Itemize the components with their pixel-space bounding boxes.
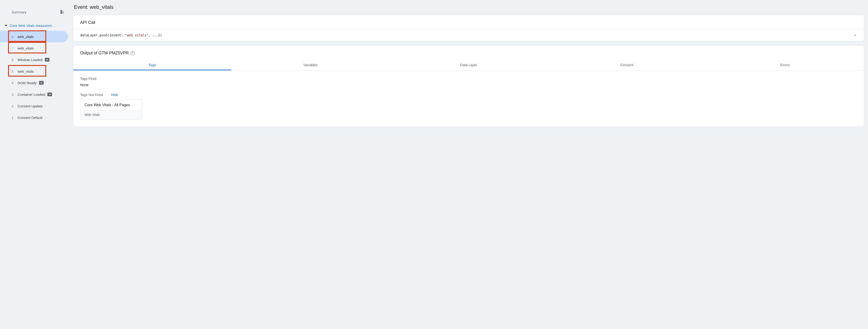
summary-row[interactable]: Summary bbox=[0, 7, 69, 17]
help-icon[interactable]: ? bbox=[130, 51, 135, 55]
tab-data-layer[interactable]: Data Layer bbox=[390, 60, 548, 70]
sidebar-event-item[interactable]: 8web_vitals bbox=[0, 31, 68, 42]
tab-variables[interactable]: Variables bbox=[231, 60, 390, 70]
event-name: web_vitals bbox=[18, 35, 34, 39]
event-number: 6 bbox=[11, 58, 18, 62]
code-post: , ...}) bbox=[148, 33, 162, 37]
event-name: Container Loaded bbox=[18, 92, 45, 97]
tags-tab-body: Tags Fired None Tags Not Fired Hide Core… bbox=[73, 71, 864, 127]
event-name: Consent Default bbox=[18, 116, 42, 119]
code-pre: dataLayer.push({event: bbox=[80, 33, 125, 37]
event-number: 3 bbox=[11, 92, 18, 97]
event-number: 4 bbox=[11, 81, 18, 85]
hide-link[interactable]: Hide bbox=[111, 93, 118, 97]
output-header: Output of GTM-PMZ5VPR ? bbox=[73, 46, 864, 60]
tags-fired-none: None bbox=[80, 83, 857, 87]
not-fired-tag-title: Core Web Vitals - All Pages bbox=[81, 100, 142, 110]
code-string: "web_vitals" bbox=[125, 33, 148, 37]
event-name: Consent Update bbox=[18, 104, 42, 108]
event-list: 8web_vitals7web_vitals6Window Loaded<>5w… bbox=[0, 31, 69, 123]
main: Event: web_vitals API Call dataLayer.pus… bbox=[69, 0, 868, 329]
caret-down-icon bbox=[5, 24, 7, 27]
output-header-text: Output of GTM-PMZ5VPR bbox=[80, 51, 129, 56]
event-number: 5 bbox=[11, 70, 18, 73]
sidebar-event-item[interactable]: 6Window Loaded<> bbox=[0, 54, 68, 65]
summary-label: Summary bbox=[11, 10, 26, 14]
event-number: 2 bbox=[11, 104, 18, 108]
tags-fired-label: Tags Fired bbox=[80, 77, 857, 81]
sidebar-event-item[interactable]: 5web_vitals bbox=[0, 65, 68, 77]
api-call-header: API Call bbox=[73, 15, 864, 29]
event-name: Window Loaded bbox=[18, 58, 42, 62]
sidebar: Summary Core Web Vitals measurem… 8web_v… bbox=[0, 0, 69, 329]
event-name: web_vitals bbox=[18, 70, 34, 73]
event-title: Event: web_vitals bbox=[74, 4, 864, 10]
chevron-down-icon[interactable] bbox=[853, 33, 857, 37]
not-fired-tag-type: Web Vitals bbox=[81, 110, 142, 119]
tags-not-fired-label: Tags Not Fired bbox=[80, 93, 103, 97]
api-call-body[interactable]: dataLayer.push({event: "web_vitals", ...… bbox=[73, 29, 864, 41]
sidebar-event-item[interactable]: 4DOM Ready<> bbox=[0, 77, 68, 89]
sidebar-event-item[interactable]: 3Container Loaded<> bbox=[0, 89, 68, 100]
sidebar-event-item[interactable]: 2Consent Update bbox=[0, 100, 68, 112]
tab-errors[interactable]: Errors bbox=[706, 60, 864, 70]
code-badge-icon: <> bbox=[45, 58, 50, 61]
sidebar-event-item[interactable]: 7web_vitals bbox=[0, 42, 68, 54]
session-tree: Core Web Vitals measurem… 8web_vitals7we… bbox=[0, 22, 69, 123]
event-number: 1 bbox=[11, 116, 18, 119]
session-header[interactable]: Core Web Vitals measurem… bbox=[0, 22, 69, 29]
api-call-code: dataLayer.push({event: "web_vitals", ...… bbox=[80, 33, 162, 37]
clear-session-icon[interactable] bbox=[59, 9, 64, 15]
api-call-card: API Call dataLayer.push({event: "web_vit… bbox=[73, 15, 864, 41]
code-badge-icon: <> bbox=[39, 81, 44, 85]
code-badge-icon: <> bbox=[48, 92, 52, 96]
output-card: Output of GTM-PMZ5VPR ? TagsVariablesDat… bbox=[73, 45, 864, 127]
session-title: Core Web Vitals measurem… bbox=[10, 24, 56, 28]
tab-consent[interactable]: Consent bbox=[548, 60, 706, 70]
sidebar-event-item[interactable]: 1Consent Default bbox=[0, 112, 68, 123]
event-name: DOM Ready bbox=[18, 81, 37, 85]
event-name: web_vitals bbox=[18, 46, 34, 50]
tab-tags[interactable]: Tags bbox=[73, 60, 231, 70]
output-tabs: TagsVariablesData LayerConsentErrors bbox=[73, 60, 864, 71]
event-number: 8 bbox=[11, 35, 18, 39]
not-fired-tag-card[interactable]: Core Web Vitals - All Pages Web Vitals bbox=[80, 100, 142, 119]
event-number: 7 bbox=[11, 46, 18, 50]
